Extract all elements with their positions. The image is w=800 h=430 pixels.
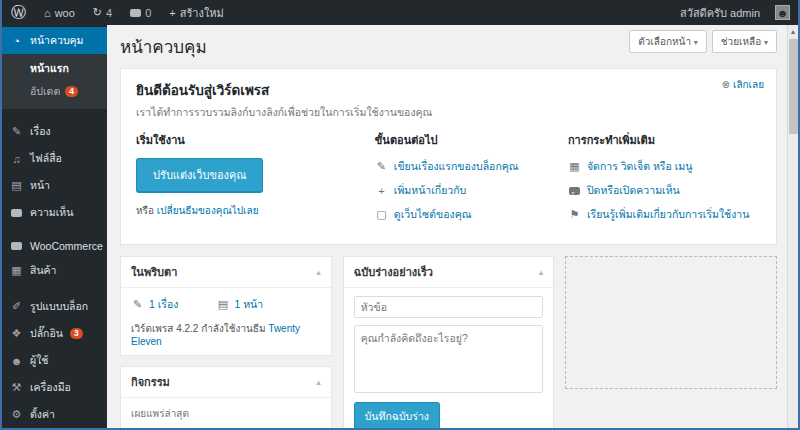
plugins-badge: 3 — [70, 328, 83, 339]
plugins-icon: ❖ — [10, 327, 23, 340]
media-icon: ♫ — [10, 153, 23, 165]
comments-menu[interactable]: 0 — [121, 0, 160, 25]
sidebar-item-dashboard[interactable]: ◔ หน้าควบคุม — [2, 27, 107, 54]
draft-content-textarea[interactable] — [354, 325, 544, 393]
quick-draft-widget: ฉบับร่างอย่างเร็ว ▴ บันทึกฉบับร่าง — [343, 256, 555, 428]
dismiss-icon: ⊗ — [722, 79, 730, 90]
vertical-scrollbar[interactable]: ▲ — [787, 25, 798, 428]
widgets-icon: ▦ — [568, 160, 581, 173]
widget-column-middle: ฉบับร่างอย่างเร็ว ▴ บันทึกฉบับร่าง ข่าวส… — [343, 256, 555, 428]
posts-count-link[interactable]: 1 เรื่อง — [149, 296, 178, 313]
customize-site-button[interactable]: ปรับแต่งเว็บของคุณ — [136, 158, 263, 193]
admin-bar: Ⓦ ⌂ woo ↻ 4 0 + สร้างใหม่ สวัสดีครับ adm… — [2, 0, 798, 25]
posts-icon: ✎ — [10, 125, 23, 138]
new-content-label: สร้างใหม่ — [180, 4, 224, 22]
recently-published-label: เผยแพร่ล่าสุด — [131, 406, 321, 421]
widget-title: ในพริบตา — [131, 263, 177, 281]
sidebar-item-home[interactable]: หน้าแรก — [2, 57, 107, 80]
help-button[interactable]: ช่วยเหลือ ▾ — [712, 30, 777, 53]
welcome-col3-heading: การกระทำเพิ่มเติม — [568, 131, 751, 149]
sidebar-item-plugins[interactable]: ❖ ปลั๊กอิน 3 — [2, 320, 107, 347]
site-name: woo — [55, 7, 75, 19]
browser-window: Ⓦ ⌂ woo ↻ 4 0 + สร้างใหม่ สวัสดีครับ adm… — [0, 0, 800, 430]
learn-more-link[interactable]: เรียนรู้เพิ่มเติมเกี่ยวกับการเริ่มใช้งาน — [587, 206, 749, 223]
scroll-up-arrow-icon[interactable]: ▲ — [788, 25, 798, 35]
page-title: หน้าควบคุม — [120, 30, 207, 68]
view-site-link[interactable]: ดูเว็บไซต์ของคุณ — [394, 206, 472, 223]
pages-count-link[interactable]: 1 หน้า — [234, 296, 263, 313]
tools-icon: ⚒ — [10, 381, 23, 394]
sidebar-item-users[interactable]: ☻ ผู้ใช้ — [2, 347, 107, 374]
dashboard-submenu: หน้าแรก อัปเดต 4 — [2, 54, 107, 109]
site-name-menu[interactable]: ⌂ woo — [35, 0, 84, 25]
comment-count: 0 — [145, 7, 151, 19]
admin-sidebar: ◔ หน้าควบคุม หน้าแรก อัปเดต 4 ✎ เรื่อง ♫… — [2, 25, 107, 428]
welcome-subtitle: เราได้ทำการรวบรวมลิงก์บางลิงก์เพื่อช่วยใ… — [136, 104, 761, 121]
view-site-icon: ▢ — [375, 208, 388, 221]
welcome-title: ยินดีต้อนรับสู่เวิร์ดเพรส — [136, 79, 761, 101]
write-first-post-link[interactable]: เขียนเรื่องแรกของบล็อกคุณ — [394, 158, 519, 175]
or-text: หรือ — [136, 205, 154, 216]
pages-icon: ▤ — [10, 179, 23, 192]
change-theme-link[interactable]: เปลี่ยนธีมของคุณไปเลย — [157, 205, 259, 216]
sidebar-item-appearance[interactable]: ✐ รูปแบบบล็อก — [2, 293, 107, 320]
post-link[interactable]: test — [230, 427, 246, 428]
sidebar-item-posts[interactable]: ✎ เรื่อง — [2, 118, 107, 145]
update-count: 4 — [106, 7, 112, 19]
sidebar-item-products[interactable]: ▦ สินค้า — [2, 257, 107, 284]
wordpress-icon: Ⓦ — [11, 3, 26, 22]
account-menu[interactable]: สวัสดีครับ admin — [671, 0, 769, 25]
add-about-page-link[interactable]: เพิ่มหน้าเกี่ยวกับ — [394, 182, 466, 199]
draft-title-input[interactable] — [354, 296, 544, 318]
comments-icon — [10, 207, 23, 219]
dismiss-link[interactable]: ⊗ เลิกเลย — [722, 77, 764, 92]
sidebar-item-settings[interactable]: ⚙ ตั้งค่า — [2, 401, 107, 428]
new-content-menu[interactable]: + สร้างใหม่ — [160, 0, 232, 25]
avatar[interactable]: ☻ — [775, 5, 790, 20]
updates-menu[interactable]: ↻ 4 — [84, 0, 121, 25]
pin-icon: ✎ — [131, 298, 144, 311]
page-icon: ▤ — [216, 298, 229, 311]
dashboard-content: หน้าควบคุม ตัวเลือกหน้า ▾ ช่วยเหลือ ▾ ⊗ — [107, 25, 787, 428]
greeting-text: สวัสดีครับ admin — [680, 4, 760, 22]
sidebar-item-updates[interactable]: อัปเดต 4 — [2, 80, 107, 103]
sidebar-item-comments[interactable]: ความเห็น — [2, 199, 107, 226]
widget-drop-zone[interactable] — [565, 256, 777, 389]
scrollbar-thumb[interactable] — [789, 39, 798, 134]
sidebar-item-pages[interactable]: ▤ หน้า — [2, 172, 107, 199]
toggle-comments-link[interactable]: ปิดหรือเปิดความเห็น — [587, 182, 680, 199]
collapse-toggle[interactable]: ▴ — [316, 377, 321, 387]
widget-column-left: ในพริบตา ▴ ✎ 1 เรื่อง ▤ — [120, 256, 332, 428]
collapse-toggle[interactable]: ▴ — [316, 267, 321, 277]
settings-icon: ⚙ — [10, 408, 23, 421]
at-a-glance-widget: ในพริบตา ▴ ✎ 1 เรื่อง ▤ — [120, 256, 332, 356]
woocommerce-icon — [10, 240, 23, 252]
activity-widget: กิจกรรม ▴ เผยแพร่ล่าสุด เม.ย. 7th, 12:51… — [120, 366, 332, 428]
sidebar-item-woocommerce[interactable]: WooCommerce — [2, 235, 107, 257]
learn-more-icon: ⚑ — [568, 208, 581, 221]
save-draft-button[interactable]: บันทึกฉบับร่าง — [354, 402, 440, 428]
welcome-panel: ⊗ เลิกเลย ยินดีต้อนรับสู่เวิร์ดเพรส เราไ… — [120, 68, 777, 245]
wp-logo-menu[interactable]: Ⓦ — [2, 0, 35, 25]
sidebar-item-tools[interactable]: ⚒ เครื่องมือ — [2, 374, 107, 401]
welcome-col2-heading: ขั้นตอนต่อไป — [375, 131, 558, 149]
comment-icon — [130, 9, 141, 17]
post-date: เม.ย. 7th, 12:51 pm — [131, 427, 216, 428]
screen-options-button[interactable]: ตัวเลือกหน้า ▾ — [629, 30, 707, 53]
wp-version-text: เวิร์ดเพรส 4.2.2 กำลังใช้งานธีม — [131, 323, 266, 334]
chevron-down-icon: ▾ — [764, 38, 768, 47]
manage-widgets-link[interactable]: จัดการ วิดเจ็ต หรือ เมนู — [587, 158, 692, 175]
appearance-icon: ✐ — [10, 300, 23, 313]
welcome-col1-heading: เริ่มใช้งาน — [136, 131, 365, 149]
collapse-toggle[interactable]: ▴ — [539, 267, 544, 277]
plus-icon: + — [169, 7, 175, 19]
home-icon: ⌂ — [44, 7, 51, 19]
widget-title: ฉบับร่างอย่างเร็ว — [354, 263, 433, 281]
updates-icon: ↻ — [93, 6, 102, 19]
widget-title: กิจกรรม — [131, 373, 170, 391]
sidebar-item-media[interactable]: ♫ ไฟล์สื่อ — [2, 145, 107, 172]
products-icon: ▦ — [10, 264, 23, 277]
chevron-down-icon: ▾ — [694, 38, 698, 47]
sidebar-label: หน้าควบคุม — [30, 32, 84, 49]
widget-column-right — [565, 256, 777, 389]
